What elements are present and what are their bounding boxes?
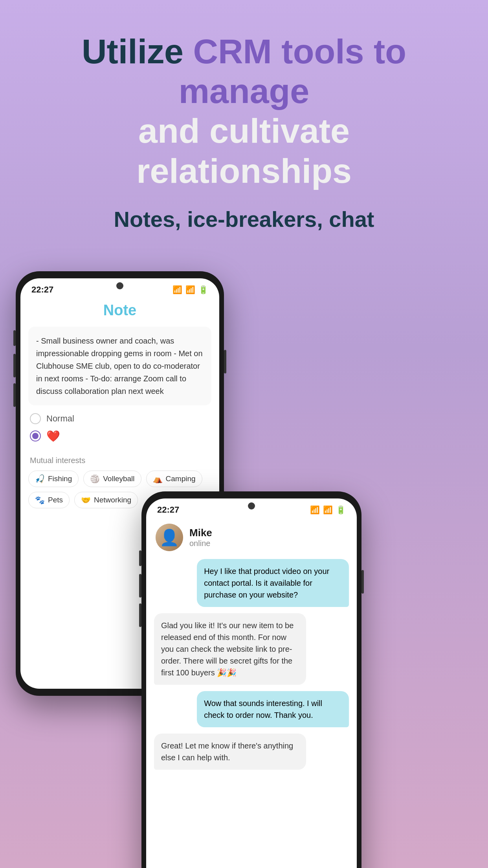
wifi-icon: 📶: [172, 285, 182, 294]
radio-normal-circle[interactable]: [30, 413, 41, 424]
hero-section: Utilize CRM tools to manage and cultivat…: [0, 0, 488, 271]
radio-heart[interactable]: ❤️: [30, 430, 210, 443]
chip-fishing[interactable]: 🎣 Fishing: [28, 471, 79, 487]
phone-2-frame: 22:27 📶 📶 🔋 Mike online: [141, 491, 361, 868]
networking-icon: 🤝: [81, 495, 91, 505]
contact-name: Mike: [189, 527, 212, 539]
contact-status: online: [189, 539, 212, 548]
radio-normal-label: Normal: [46, 414, 74, 424]
phone-1-camera: [116, 282, 123, 289]
phone-1-btn-vol-down: [13, 383, 16, 407]
pets-icon: 🐾: [35, 495, 45, 505]
phone-2-screen: 22:27 📶 📶 🔋 Mike online: [146, 498, 357, 868]
camping-icon: ⛺: [153, 474, 163, 484]
chip-volleyball-label: Volleyball: [103, 474, 134, 483]
hero-text-block: Utilize CRM tools to manage and cultivat…: [0, 0, 488, 271]
message-4-text: Great! Let me know if there's anything e…: [161, 741, 293, 762]
message-4-wrapper: Great! Let me know if there's anything e…: [154, 734, 349, 770]
title-crm: CRM tools to manage: [179, 32, 406, 110]
volleyball-icon: 🏐: [90, 474, 100, 484]
note-text: - Small business owner and coach, was im…: [36, 337, 203, 395]
chip-networking-label: Networking: [94, 496, 131, 504]
radio-normal[interactable]: Normal: [30, 413, 210, 424]
phone-2-btn-silent: [139, 550, 141, 566]
chip-fishing-label: Fishing: [48, 474, 72, 483]
signal-icon: 📶: [185, 285, 195, 294]
chip-pets[interactable]: 🐾 Pets: [28, 492, 70, 508]
radio-heart-circle[interactable]: [30, 430, 41, 441]
phone-2-status-icons: 📶 📶 🔋: [310, 505, 346, 515]
phone-2-time: 22:27: [157, 505, 179, 515]
radio-section: Normal ❤️: [20, 405, 219, 456]
hero-subtitle: Notes, ice-breakers, chat: [31, 206, 457, 232]
message-2-text: Glad you like it! It's our new item to b…: [161, 621, 294, 677]
message-1-text: Hey I like that product video on your co…: [204, 567, 329, 599]
message-2: Glad you like it! It's our new item to b…: [154, 613, 306, 685]
chip-camping-label: Camping: [166, 474, 196, 483]
phone-2-btn-vol-down: [139, 603, 141, 627]
chat-battery-icon: 🔋: [336, 505, 346, 515]
interests-row-1: 🎣 Fishing 🏐 Volleyball ⛺ Camping: [20, 471, 219, 487]
chat-header: Mike online: [146, 518, 357, 559]
messages-area: Hey I like that product video on your co…: [146, 559, 357, 770]
message-3-text: Wow that sounds interesting. I will chec…: [204, 699, 322, 719]
mutual-interests-label: Mutual interests: [20, 456, 219, 471]
message-1: Hey I like that product video on your co…: [197, 559, 349, 607]
note-body: - Small business owner and coach, was im…: [28, 327, 211, 405]
phone-1-btn-power: [224, 350, 226, 373]
contact-avatar: [156, 524, 183, 551]
avatar-image: [156, 524, 183, 551]
phones-container: 22:27 📶 📶 🔋 Note - Small business owner …: [0, 271, 488, 868]
hero-title: Utilize CRM tools to manage and cultivat…: [31, 31, 457, 191]
chip-pets-label: Pets: [48, 496, 63, 504]
message-3: Wow that sounds interesting. I will chec…: [197, 691, 349, 727]
contact-info: Mike online: [189, 527, 212, 548]
message-3-wrapper: Wow that sounds interesting. I will chec…: [154, 691, 349, 727]
chip-camping[interactable]: ⛺ Camping: [146, 471, 202, 487]
chip-networking[interactable]: 🤝 Networking: [74, 492, 138, 508]
battery-icon: 🔋: [198, 285, 208, 294]
phone-1-time: 22:27: [31, 285, 53, 295]
note-title: Note: [20, 298, 219, 327]
phone-2-btn-power: [361, 570, 364, 594]
title-rest: and cultivate relationships: [136, 111, 352, 190]
heart-emoji: ❤️: [46, 430, 60, 443]
chip-volleyball[interactable]: 🏐 Volleyball: [83, 471, 141, 487]
message-4: Great! Let me know if there's anything e…: [154, 734, 306, 770]
title-utilize: Utilize: [82, 32, 193, 71]
phone-2-camera: [248, 502, 255, 509]
fishing-icon: 🎣: [35, 474, 45, 484]
chat-signal-icon: 📶: [323, 505, 333, 515]
phone-1-status-icons: 📶 📶 🔋: [172, 285, 208, 294]
phone-1-btn-vol-up: [13, 354, 16, 377]
message-1-wrapper: Hey I like that product video on your co…: [154, 559, 349, 607]
message-2-wrapper: Glad you like it! It's our new item to b…: [154, 613, 349, 685]
chat-wifi-icon: 📶: [310, 505, 320, 515]
phone-2-btn-vol-up: [139, 574, 141, 598]
phone-1-btn-silent: [13, 330, 16, 346]
